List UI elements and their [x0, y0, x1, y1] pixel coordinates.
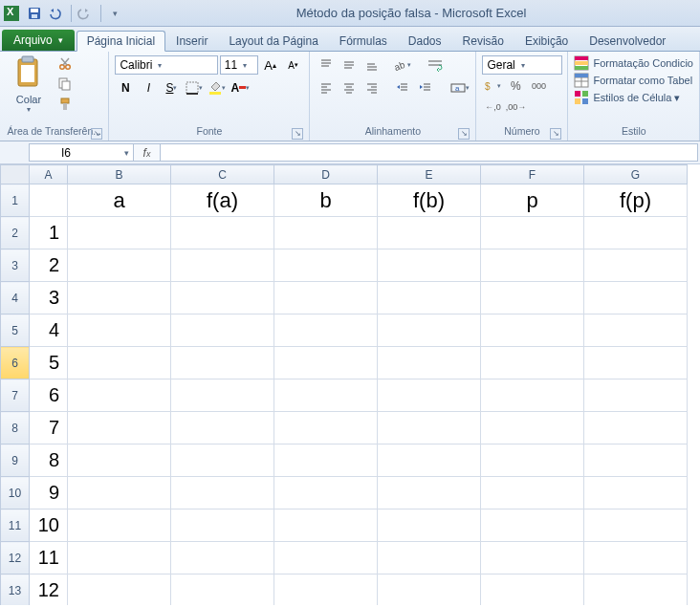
cell[interactable] — [274, 249, 378, 282]
format-as-table-button[interactable]: Formatar como Tabel — [574, 73, 693, 88]
column-header[interactable]: B — [68, 165, 171, 184]
row-header[interactable]: 2 — [1, 217, 30, 249]
cell[interactable] — [68, 379, 171, 412]
border-button[interactable]: ▾ — [184, 78, 205, 98]
cell[interactable] — [274, 542, 378, 574]
italic-button[interactable]: I — [138, 78, 159, 98]
cell[interactable]: 6 — [30, 379, 68, 412]
insert-function-button[interactable]: fx — [134, 143, 161, 162]
cell[interactable] — [171, 477, 274, 509]
cell[interactable] — [378, 217, 481, 249]
cell[interactable]: 1 — [30, 217, 68, 249]
row-header[interactable]: 6 — [1, 347, 30, 379]
cell[interactable] — [378, 574, 481, 606]
cell[interactable] — [584, 347, 688, 379]
cell[interactable] — [584, 249, 688, 282]
cell[interactable] — [171, 379, 274, 412]
row-header[interactable]: 12 — [1, 542, 30, 574]
font-name-combo[interactable]: Calibri▾ — [115, 55, 217, 75]
save-icon[interactable] — [25, 4, 44, 23]
cell[interactable] — [68, 509, 171, 542]
row-header[interactable]: 9 — [1, 444, 30, 477]
cell[interactable] — [481, 249, 584, 282]
row-header[interactable]: 10 — [1, 477, 30, 509]
row-header[interactable]: 13 — [1, 574, 30, 606]
cell[interactable] — [274, 379, 378, 412]
row-header[interactable]: 4 — [1, 282, 30, 314]
cell[interactable]: 3 — [30, 282, 68, 314]
column-header[interactable]: G — [584, 165, 688, 184]
cell[interactable]: 9 — [30, 477, 68, 509]
tab-formulas[interactable]: Fórmulas — [329, 30, 398, 51]
row-header[interactable]: 1 — [1, 184, 30, 217]
qat-customize-icon[interactable]: ▾ — [105, 4, 124, 23]
cell[interactable] — [584, 444, 688, 477]
cell[interactable] — [68, 347, 171, 379]
cell[interactable]: p — [481, 184, 584, 217]
cell[interactable] — [171, 282, 274, 314]
increase-decimal-button[interactable]: ←,0 — [482, 98, 503, 117]
chevron-down-icon[interactable]: ▾ — [124, 148, 129, 158]
cell[interactable] — [584, 412, 688, 444]
cell[interactable]: 8 — [30, 444, 68, 477]
tab-developer[interactable]: Desenvolvedor — [579, 30, 676, 51]
tab-review[interactable]: Revisão — [452, 30, 514, 51]
cell[interactable] — [584, 542, 688, 574]
format-painter-button[interactable] — [55, 96, 75, 113]
row-header[interactable]: 7 — [1, 379, 30, 412]
cell[interactable] — [274, 217, 378, 249]
tab-home[interactable]: Página Inicial — [77, 31, 165, 52]
cell[interactable] — [481, 509, 584, 542]
cell[interactable] — [481, 477, 584, 509]
cell[interactable] — [171, 347, 274, 379]
cell[interactable] — [68, 249, 171, 282]
cell[interactable] — [171, 509, 274, 542]
wrap-text-button[interactable] — [423, 55, 448, 75]
number-format-combo[interactable]: Geral▾ — [482, 55, 562, 75]
cell[interactable] — [378, 542, 481, 574]
dialog-launcher-icon[interactable]: ↘ — [550, 128, 561, 140]
bold-button[interactable]: N — [115, 78, 136, 98]
grow-font-button[interactable]: A▴ — [260, 55, 281, 75]
cell[interactable] — [171, 217, 274, 249]
copy-button[interactable] — [55, 76, 75, 93]
name-box[interactable]: ▾ — [29, 143, 134, 162]
cell[interactable] — [68, 574, 171, 606]
align-middle-button[interactable] — [339, 55, 360, 75]
tab-file[interactable]: Arquivo▾ — [2, 30, 75, 51]
cell[interactable] — [274, 509, 378, 542]
shrink-font-button[interactable]: A▾ — [283, 55, 304, 75]
column-header[interactable]: C — [171, 165, 274, 184]
underline-button[interactable]: S▾ — [161, 78, 182, 98]
column-header[interactable]: F — [481, 165, 584, 184]
cell[interactable] — [68, 282, 171, 314]
cell[interactable] — [274, 282, 378, 314]
cell[interactable]: b — [274, 184, 378, 217]
cell[interactable] — [584, 509, 688, 542]
cell-styles-button[interactable]: Estilos de Célula ▾ — [574, 90, 693, 105]
dialog-launcher-icon[interactable]: ↘ — [458, 128, 470, 140]
cell[interactable] — [584, 574, 688, 606]
tab-view[interactable]: Exibição — [514, 30, 579, 51]
cell[interactable] — [584, 282, 688, 314]
currency-button[interactable]: $▾ — [482, 76, 503, 96]
cell[interactable] — [378, 314, 481, 347]
select-all-button[interactable] — [1, 165, 30, 184]
cell[interactable] — [378, 282, 481, 314]
percent-button[interactable]: % — [505, 76, 526, 96]
cell[interactable] — [68, 314, 171, 347]
cell[interactable]: f(p) — [584, 184, 688, 217]
cell[interactable]: 12 — [30, 574, 68, 606]
decrease-decimal-button[interactable]: ,00→ — [505, 98, 526, 117]
cell[interactable] — [481, 379, 584, 412]
cell[interactable]: 4 — [30, 314, 68, 347]
tab-data[interactable]: Dados — [398, 30, 452, 51]
align-left-button[interactable] — [316, 78, 337, 98]
cut-button[interactable] — [55, 55, 75, 73]
row-header[interactable]: 3 — [1, 249, 30, 282]
cell[interactable] — [584, 217, 688, 249]
cell[interactable]: 5 — [30, 347, 68, 379]
cell[interactable] — [481, 282, 584, 314]
cell[interactable] — [171, 542, 274, 574]
align-top-button[interactable] — [316, 55, 337, 75]
